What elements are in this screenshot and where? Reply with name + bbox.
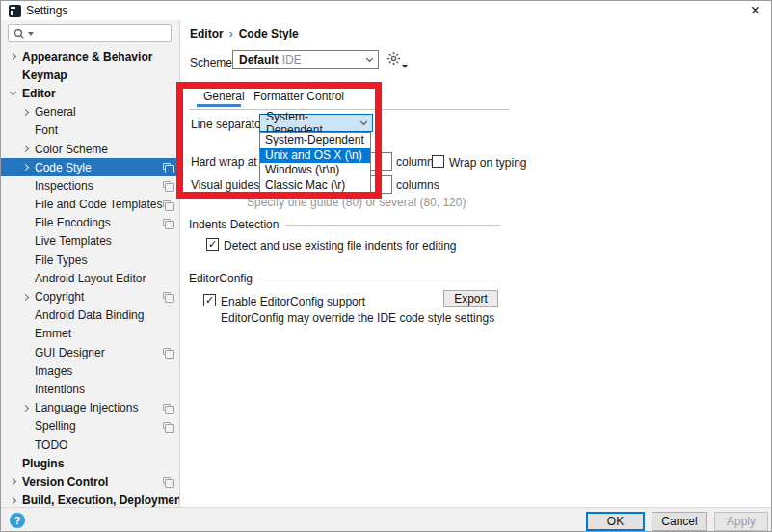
sidebar-item-label: Images xyxy=(35,364,72,378)
wrap-on-typing-checkbox[interactable] xyxy=(432,155,444,168)
dropdown-option-2[interactable]: Windows (\r\n) xyxy=(260,163,370,178)
sidebar-item-gui-designer[interactable]: GUI Designer xyxy=(1,343,180,361)
sidebar-item-plugins[interactable]: Plugins xyxy=(1,454,180,472)
ok-button[interactable]: OK xyxy=(586,512,645,531)
sidebar-item-label: Inspections xyxy=(35,179,93,193)
settings-share-icon xyxy=(163,292,171,299)
sidebar-item-language-injections[interactable]: Language Injections xyxy=(1,399,180,417)
sidebar-item-label: Spelling xyxy=(35,419,76,433)
sidebar-item-file-and-code-templates[interactable]: File and Code Templates xyxy=(1,196,180,214)
breadcrumb-code-style: Code Style xyxy=(239,27,299,40)
chevron-right-icon[interactable] xyxy=(19,146,32,151)
sidebar-item-font[interactable]: Font xyxy=(1,121,180,140)
sidebar-item-label: Android Data Binding xyxy=(35,308,144,322)
tab-formatter-control[interactable]: Formatter Control xyxy=(253,90,344,105)
line-separator-select[interactable]: System-Dependent xyxy=(259,114,373,132)
section-divider xyxy=(286,225,500,226)
settings-sidebar: Appearance & BehaviorKeymapEditorGeneral… xyxy=(1,20,180,507)
dropdown-option-1[interactable]: Unix and OS X (\n) xyxy=(260,148,370,164)
settings-share-icon xyxy=(163,200,171,207)
sidebar-item-android-layout-editor[interactable]: Android Layout Editor xyxy=(1,269,180,287)
settings-share-icon xyxy=(163,404,171,411)
cancel-button[interactable]: Cancel xyxy=(652,512,707,531)
visual-guides-label: Visual guides: xyxy=(191,178,263,192)
tab-general[interactable]: General xyxy=(203,90,245,105)
chevron-right-icon[interactable] xyxy=(7,54,19,59)
dropdown-option-0[interactable]: System-Dependent xyxy=(260,133,370,148)
indents-detection-title: Indents Detection xyxy=(189,218,279,231)
chevron-down-icon xyxy=(360,119,367,125)
gear-icon xyxy=(386,51,401,66)
sidebar-item-images[interactable]: Images xyxy=(1,361,180,380)
sidebar-item-label: Version Control xyxy=(22,475,108,489)
chevron-right-icon[interactable] xyxy=(19,295,32,300)
chevron-right-icon[interactable] xyxy=(19,406,32,411)
visual-guides-suffix: columns xyxy=(396,178,439,192)
sidebar-item-build-execution-deployment[interactable]: Build, Execution, Deployment xyxy=(1,492,180,508)
sidebar-item-general[interactable]: General xyxy=(1,103,180,121)
sidebar-item-spelling[interactable]: Spelling xyxy=(1,417,180,436)
search-icon xyxy=(13,28,25,40)
sidebar-item-label: Font xyxy=(35,123,58,137)
dropdown-option-3[interactable]: Classic Mac (\r) xyxy=(260,178,370,194)
settings-share-icon xyxy=(163,348,171,355)
active-tab-underline xyxy=(197,104,241,107)
chevron-right-icon[interactable] xyxy=(19,165,32,170)
settings-dialog: Settings × Appearance & BehaviorKeymapEd… xyxy=(0,0,772,532)
close-icon[interactable]: × xyxy=(751,1,759,20)
sidebar-item-label: File and Code Templates xyxy=(35,198,163,211)
indents-detection-section: Indents Detection xyxy=(189,218,500,231)
sidebar-item-code-style[interactable]: Code Style xyxy=(1,158,180,176)
enable-editorconfig-label: Enable EditorConfig support xyxy=(221,295,365,308)
sidebar-item-keymap[interactable]: Keymap xyxy=(1,66,180,84)
detect-indents-checkbox[interactable]: ✓ xyxy=(206,238,219,251)
sidebar-item-label: Plugins xyxy=(22,457,64,470)
chevron-right-icon[interactable] xyxy=(7,498,19,503)
chevron-right-icon[interactable] xyxy=(7,479,19,484)
sidebar-item-label: TODO xyxy=(35,439,67,452)
chevron-right-icon[interactable] xyxy=(19,110,32,115)
sidebar-item-android-data-binding[interactable]: Android Data Binding xyxy=(1,306,180,325)
intellij-app-icon xyxy=(9,5,21,17)
sidebar-item-label: Build, Execution, Deployment xyxy=(22,493,180,507)
sidebar-item-appearance-behavior[interactable]: Appearance & Behavior xyxy=(1,47,180,66)
sidebar-item-file-encodings[interactable]: File Encodings xyxy=(1,214,180,232)
sidebar-item-emmet[interactable]: Emmet xyxy=(1,325,180,343)
chevron-down-icon[interactable] xyxy=(7,92,19,94)
check-icon: ✓ xyxy=(208,239,217,250)
sidebar-item-file-types[interactable]: File Types xyxy=(1,251,180,269)
sidebar-item-label: Appearance & Behavior xyxy=(22,50,152,64)
sidebar-item-label: File Encodings xyxy=(35,216,111,229)
enable-editorconfig-checkbox[interactable]: ✓ xyxy=(203,294,216,306)
help-icon[interactable]: ? xyxy=(10,513,25,528)
sidebar-item-label: Intentions xyxy=(35,383,85,396)
sidebar-item-label: Keymap xyxy=(22,68,67,82)
scheme-select[interactable]: DefaultIDE xyxy=(232,50,379,69)
sidebar-item-version-control[interactable]: Version Control xyxy=(1,472,180,491)
chevron-down-icon xyxy=(366,55,373,62)
sidebar-item-label: Live Templates xyxy=(35,234,112,248)
editorconfig-section: EditorConfig xyxy=(189,272,500,285)
settings-share-icon xyxy=(163,422,171,429)
sidebar-item-color-scheme[interactable]: Color Scheme xyxy=(1,140,180,158)
sidebar-item-label: General xyxy=(35,105,76,119)
sidebar-item-label: File Types xyxy=(35,253,87,267)
sidebar-item-editor[interactable]: Editor xyxy=(1,84,180,102)
search-filter-caret-icon[interactable] xyxy=(28,32,34,36)
sidebar-item-live-templates[interactable]: Live Templates xyxy=(1,232,180,251)
breadcrumb-separator: › xyxy=(224,27,239,40)
settings-share-icon xyxy=(163,219,171,226)
sidebar-item-todo[interactable]: TODO xyxy=(1,436,180,454)
search-input[interactable] xyxy=(8,24,172,42)
title-bar: Settings × xyxy=(1,1,771,20)
settings-share-icon xyxy=(163,181,171,188)
scheme-actions-button[interactable] xyxy=(386,51,406,68)
gear-caret-icon xyxy=(402,65,408,68)
export-button[interactable]: Export xyxy=(443,290,498,307)
code-style-panel: Editor›Code Style Scheme: DefaultIDE Gen… xyxy=(181,20,772,507)
sidebar-item-intentions[interactable]: Intentions xyxy=(1,380,180,398)
wrap-on-typing-label: Wrap on typing xyxy=(449,156,527,170)
sidebar-item-inspections[interactable]: Inspections xyxy=(1,176,180,195)
sidebar-item-copyright[interactable]: Copyright xyxy=(1,287,180,306)
line-separator-dropdown: System-DependentUnix and OS X (\n)Window… xyxy=(259,132,371,193)
